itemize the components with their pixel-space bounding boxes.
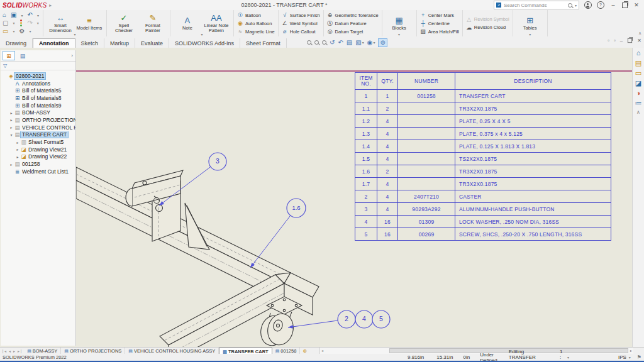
bom-cell[interactable]: 1.2 — [355, 115, 377, 127]
doc-minimize-button[interactable]: – — [620, 38, 623, 43]
tree-expander-icon[interactable]: ▸ — [9, 111, 14, 115]
tree-expander-icon[interactable]: ▸ — [9, 125, 14, 129]
bom-cell[interactable]: PLATE, 0.25 X 4 X 5 — [455, 115, 611, 127]
appearances-icon[interactable]: ◑ — [636, 89, 641, 97]
hide-show-items-icon[interactable]: ◉▾ — [367, 39, 375, 47]
prev-sheet-icon[interactable]: ◂ — [8, 349, 12, 353]
hole-callout-button[interactable]: ⌀Hole Callout — [282, 28, 320, 35]
datum-target-button[interactable]: ◎Datum Target — [327, 28, 379, 35]
balloon-4[interactable]: 4 — [355, 310, 373, 328]
bom-cell[interactable]: 4 — [377, 203, 397, 215]
bom-cell[interactable]: 1.1 — [355, 102, 377, 114]
add-sheet-icon[interactable]: ⊕ — [300, 348, 309, 354]
restore-button[interactable] — [622, 3, 628, 8]
redo-caret-icon[interactable]: ▾ — [37, 21, 39, 25]
bom-cell[interactable]: TR3X2X0.1875 — [455, 102, 611, 114]
redo-icon[interactable]: ↷ — [27, 20, 32, 26]
tree-item-001258[interactable]: ▸▤001258 — [1, 160, 75, 168]
tree-item-drawing-view21[interactable]: ▸◪Drawing View21 — [1, 146, 75, 153]
drawing-view-transfer-cart[interactable] — [76, 167, 319, 347]
bom-cell[interactable]: PLATE, 0.375 x 4 x 5.125 — [455, 128, 611, 140]
options-caret-icon[interactable]: ▾ — [29, 29, 31, 33]
zoom-inout-icon[interactable] — [322, 40, 326, 45]
unit-system[interactable]: IPS — [618, 354, 626, 360]
tab-sheet-format[interactable]: Sheet Format — [240, 38, 287, 48]
save-icon[interactable]: ▣ — [11, 12, 16, 18]
horizontal-scrollbar[interactable]: ◂ ▸ — [319, 348, 633, 354]
bom-cell[interactable]: 2 — [355, 190, 377, 202]
bom-cell[interactable]: LOCK WASHER, .250 NOM DIA, 316SS — [455, 216, 611, 228]
bom-cell[interactable]: TRANSFER CART — [455, 90, 611, 102]
new-document-caret-icon[interactable]: ▾ — [13, 21, 14, 25]
centerline-button[interactable]: ┼Centerline — [420, 19, 459, 27]
view-palette-icon[interactable]: ◪ — [635, 79, 641, 87]
graphics-area[interactable]: 31.6245 ITEM NO.QTY.NUMBERDESCRIPTION110… — [0, 48, 644, 347]
bom-cell[interactable]: TR3X2X0.1875 — [455, 165, 611, 177]
bom-cell[interactable]: 90293A292 — [398, 203, 455, 215]
format-painter-button[interactable]: ✎Format Painter — [139, 14, 167, 33]
doc-close-button[interactable]: ✕ — [637, 38, 641, 43]
bom-cell[interactable]: TR3X2X0.1875 — [455, 178, 611, 190]
bom-cell[interactable]: 01309 — [398, 216, 455, 228]
expand-panel-icon[interactable]: › — [71, 53, 73, 58]
tree-item-ortho-projections[interactable]: ▸▤ORTHO PROJECTIONS — [1, 116, 75, 124]
bom-cell[interactable]: CASTER — [455, 190, 611, 202]
options-icon[interactable]: ⚙ — [19, 28, 25, 35]
open-caret-icon[interactable]: ▾ — [13, 29, 14, 33]
bom-cell[interactable]: 00269 — [398, 228, 455, 240]
bom-cell[interactable]: 2 — [377, 102, 397, 114]
next-sheet-icon[interactable]: ▸ — [12, 349, 16, 353]
bom-cell[interactable]: 001258 — [398, 90, 455, 102]
smart-dimension-button[interactable]: ↔Smart Dimension — [47, 14, 74, 33]
surface-finish-button[interactable]: √Surface Finish — [282, 11, 320, 19]
group-caret-icon[interactable]: ▾ — [74, 32, 75, 36]
tree-item-vehicle-control-housing-ass[interactable]: ▸▤VEHICLE CONTROL HOUSING ASS — [1, 124, 75, 131]
tab-sketch[interactable]: Sketch — [75, 38, 105, 48]
scroll-left-icon[interactable]: ◂ — [321, 348, 323, 353]
doc-restore-button[interactable] — [628, 38, 632, 43]
revision-cloud-button[interactable]: ☁Revision Cloud — [466, 24, 509, 31]
zoom-fit-icon[interactable] — [307, 40, 311, 45]
bom-cell[interactable]: 1.7 — [355, 178, 377, 190]
linear-note-pattern-button[interactable]: AALinear Note Pattern — [203, 14, 230, 33]
bom-cell[interactable]: 4 — [377, 115, 397, 127]
bom-cell[interactable]: 4 — [377, 128, 397, 140]
bom-cell[interactable] — [398, 153, 455, 165]
tags-icon[interactable]: ⚑ — [637, 354, 641, 360]
magnetic-line-button[interactable]: ≈Magnetic Line — [237, 28, 275, 35]
home-icon[interactable]: ⌂ — [636, 49, 641, 57]
tree-expander-icon[interactable]: ▾ — [9, 133, 14, 137]
bom-cell[interactable]: SCREW, SHCS, .250-20 X .750 LENGTH, 316S… — [455, 228, 611, 240]
bom-cell[interactable]: PLATE, 0.125 X 1.813 X 1.813 — [455, 140, 611, 152]
group-caret-icon[interactable]: ▾ — [398, 32, 400, 36]
bom-cell[interactable]: 1 — [377, 90, 397, 102]
tree-expander-icon[interactable]: ▸ — [15, 140, 20, 145]
sheet-scale[interactable]: 1 : 5 — [560, 349, 565, 362]
tree-item-bill-of-materials9[interactable]: ⊞Bill of Materials9 — [1, 102, 75, 109]
tab-drawing[interactable]: Drawing — [0, 38, 33, 48]
tree-item-bom-assy[interactable]: ▸▤BOM-ASSY — [1, 109, 75, 116]
file-explorer-icon[interactable]: ▭ — [635, 69, 641, 77]
bom-cell[interactable] — [398, 165, 455, 177]
scroll-right-icon[interactable]: ▸ — [630, 348, 632, 353]
blocks-button[interactable]: ▦Blocks — [386, 16, 413, 31]
home-icon[interactable]: ⌂ — [3, 12, 6, 18]
previous-view-icon[interactable]: ↶ — [338, 39, 343, 47]
bom-cell[interactable]: 1.4 — [355, 140, 377, 152]
user-account-icon[interactable] — [584, 1, 592, 9]
open-icon[interactable]: ▭ — [3, 28, 8, 35]
units-caret-icon[interactable]: ▾ — [629, 355, 631, 359]
last-sheet-icon[interactable]: ▸❘ — [16, 349, 24, 353]
tab-annotation[interactable]: Annotation — [33, 38, 75, 48]
note-button[interactable]: ANote — [174, 16, 201, 31]
bom-cell[interactable]: 1.3 — [355, 128, 377, 140]
tree-item-bill-of-materials5[interactable]: ⊞Bill of Materials5 — [1, 87, 75, 94]
auto-balloon-button[interactable]: ◉Auto Balloon — [237, 19, 275, 27]
tree-item-weldment-cut-list1[interactable]: ≣Weldment Cut List1 — [1, 168, 75, 175]
pane-preview-icon[interactable]: ▫ — [608, 38, 609, 43]
ribbon-collapse-icon[interactable]: ∧ — [638, 31, 641, 36]
tree-item-sheet-format5[interactable]: ▸▥Sheet Format5 — [1, 138, 75, 146]
tree-item-transfer-cart[interactable]: ▾▤TRANSFER CART — [1, 131, 75, 139]
center-mark-button[interactable]: +Center Mark — [420, 11, 459, 19]
geometric-tolerance-button[interactable]: ⊕Geometric Tolerance — [327, 11, 379, 19]
